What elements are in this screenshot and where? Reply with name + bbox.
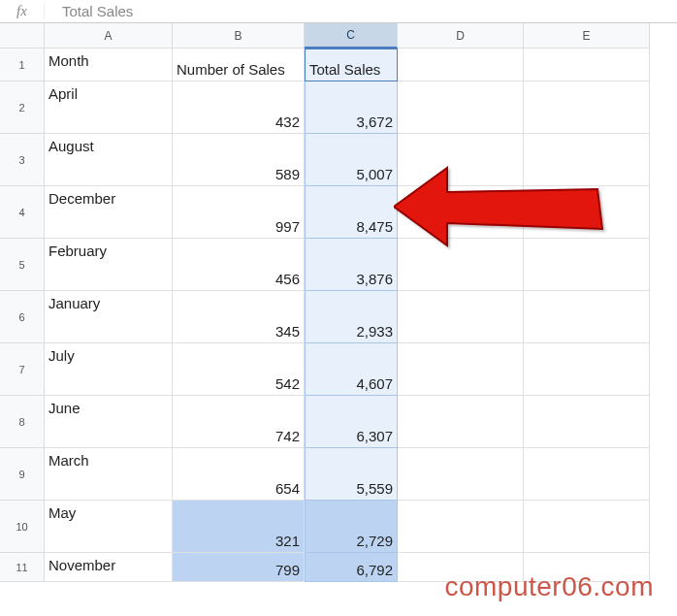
cell-total-sales[interactable]: 2,933 xyxy=(305,291,398,343)
cell-month[interactable]: July xyxy=(45,343,173,396)
cell-empty[interactable] xyxy=(524,291,650,343)
cell-total-sales[interactable]: 5,007 xyxy=(305,134,398,186)
cell-empty[interactable] xyxy=(398,239,524,291)
cell-empty[interactable] xyxy=(398,343,524,396)
col-header-a[interactable]: A xyxy=(45,23,173,49)
cell-sales-count[interactable]: 589 xyxy=(173,134,305,186)
watermark-text: computer06.com xyxy=(444,571,654,602)
formula-input[interactable] xyxy=(45,3,677,19)
row-header[interactable]: 5 xyxy=(0,239,45,291)
cell-sales-count[interactable]: 432 xyxy=(173,81,305,134)
row-header-1[interactable]: 1 xyxy=(0,49,45,81)
cell-empty[interactable] xyxy=(398,134,524,186)
cell-sales-count[interactable]: 997 xyxy=(173,186,305,239)
cell-empty[interactable] xyxy=(398,291,524,343)
cell-d1[interactable] xyxy=(398,49,524,81)
table-row: 9March6545,559 xyxy=(0,448,677,501)
cell-month[interactable]: December xyxy=(45,186,173,239)
cell-a1[interactable]: Month xyxy=(45,49,173,81)
table-row: 2April4323,672 xyxy=(0,81,677,134)
cell-total-sales[interactable]: 3,672 xyxy=(305,81,398,134)
cell-sales-count[interactable]: 654 xyxy=(173,448,305,501)
table-row: 4December9978,475 xyxy=(0,186,677,239)
table-row: 6January3452,933 xyxy=(0,291,677,343)
cell-month[interactable]: November xyxy=(45,553,173,582)
row-header[interactable]: 8 xyxy=(0,396,45,448)
row-header[interactable]: 10 xyxy=(0,501,45,553)
row-header[interactable]: 9 xyxy=(0,448,45,501)
cell-b1[interactable]: Number of Sales xyxy=(173,49,305,81)
column-header-row: A B C D E xyxy=(0,23,677,49)
cell-empty[interactable] xyxy=(524,81,650,134)
cell-e1[interactable] xyxy=(524,49,650,81)
table-row: 7July5424,607 xyxy=(0,343,677,396)
spreadsheet-grid[interactable]: A B C D E 1 Month Number of Sales Total … xyxy=(0,23,677,582)
cell-empty[interactable] xyxy=(524,186,650,239)
select-all-corner[interactable] xyxy=(0,23,45,49)
cell-sales-count[interactable]: 456 xyxy=(173,239,305,291)
cell-total-sales[interactable]: 5,559 xyxy=(305,448,398,501)
cell-empty[interactable] xyxy=(524,239,650,291)
cell-sales-count[interactable]: 799 xyxy=(173,553,305,582)
row-header[interactable]: 4 xyxy=(0,186,45,239)
col-header-c[interactable]: C xyxy=(305,23,398,49)
cell-empty[interactable] xyxy=(398,396,524,448)
cell-empty[interactable] xyxy=(398,501,524,553)
cell-month[interactable]: April xyxy=(45,81,173,134)
cell-empty[interactable] xyxy=(398,448,524,501)
cell-empty[interactable] xyxy=(524,343,650,396)
cell-month[interactable]: March xyxy=(45,448,173,501)
cell-empty[interactable] xyxy=(524,396,650,448)
cell-sales-count[interactable]: 345 xyxy=(173,291,305,343)
cell-total-sales[interactable]: 6,792 xyxy=(305,553,398,582)
cell-total-sales[interactable]: 8,475 xyxy=(305,186,398,239)
cell-sales-count[interactable]: 542 xyxy=(173,343,305,396)
table-row: 10May3212,729 xyxy=(0,501,677,553)
cell-month[interactable]: August xyxy=(45,134,173,186)
col-header-e[interactable]: E xyxy=(524,23,650,49)
row-header[interactable]: 7 xyxy=(0,343,45,396)
cell-month[interactable]: May xyxy=(45,501,173,553)
table-row: 8June7426,307 xyxy=(0,396,677,448)
fx-icon: fx xyxy=(0,3,45,19)
cell-month[interactable]: June xyxy=(45,396,173,448)
cell-sales-count[interactable]: 742 xyxy=(173,396,305,448)
row-header[interactable]: 6 xyxy=(0,291,45,343)
cell-month[interactable]: February xyxy=(45,239,173,291)
row-header[interactable]: 3 xyxy=(0,134,45,186)
cell-total-sales[interactable]: 2,729 xyxy=(305,501,398,553)
cell-empty[interactable] xyxy=(524,501,650,553)
col-header-b[interactable]: B xyxy=(173,23,305,49)
cell-c1[interactable]: Total Sales xyxy=(305,49,398,81)
cell-empty[interactable] xyxy=(398,81,524,134)
col-header-d[interactable]: D xyxy=(398,23,524,49)
cell-total-sales[interactable]: 6,307 xyxy=(305,396,398,448)
cell-sales-count[interactable]: 321 xyxy=(173,501,305,553)
table-row: 5February4563,876 xyxy=(0,239,677,291)
cell-month[interactable]: January xyxy=(45,291,173,343)
table-row: 3August5895,007 xyxy=(0,134,677,186)
cell-empty[interactable] xyxy=(398,186,524,239)
cell-total-sales[interactable]: 3,876 xyxy=(305,239,398,291)
row-header[interactable]: 2 xyxy=(0,81,45,134)
formula-bar: fx xyxy=(0,0,677,23)
cell-empty[interactable] xyxy=(524,448,650,501)
cell-total-sales[interactable]: 4,607 xyxy=(305,343,398,396)
table-header-row: 1 Month Number of Sales Total Sales xyxy=(0,49,677,81)
cell-empty[interactable] xyxy=(524,134,650,186)
row-header[interactable]: 11 xyxy=(0,553,45,582)
